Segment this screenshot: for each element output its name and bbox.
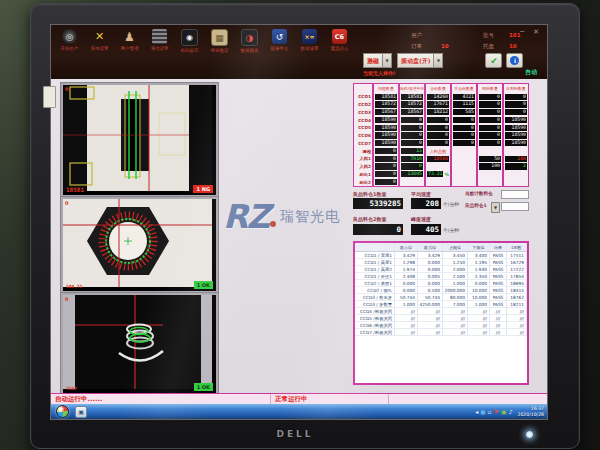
info-button[interactable]: i — [506, 53, 523, 68]
stats-label-column: CCD1CCD2CCD3CCD4CCD5CCD6CCD7漏检入料1入料2剔出1剔… — [353, 83, 373, 187]
control-row: 激磁 ▼ 振动盘(开) ▼ ✔ i — [363, 53, 523, 68]
toolbar-label: 视觉教导 — [207, 48, 232, 53]
stats-cell: 18590 — [504, 124, 528, 132]
stats-cell: 188 — [504, 155, 528, 163]
stats-row-label: CCD3 — [354, 108, 372, 116]
stats-cell — [452, 147, 476, 155]
stats-column: 已剔除数量000185901859018590185901882 — [503, 83, 529, 187]
stats-cell: 0 — [478, 116, 502, 124]
stats-cell — [452, 155, 476, 163]
rz-company-name: 瑞智光电 — [280, 208, 340, 226]
system-tray: ◂●▫⚑▣♪ 16:37 2020/10/28 — [475, 405, 547, 418]
pallet-value: 10 — [509, 43, 517, 49]
show-hidden-icons[interactable]: ◂ — [475, 405, 478, 418]
excite-dropdown-icon[interactable]: ▼ — [383, 53, 392, 68]
toolbar-user-management[interactable]: ♟用户管理 — [117, 29, 142, 53]
bin-select-input[interactable] — [501, 202, 529, 211]
camera3-corner-marker: 0 — [65, 296, 68, 302]
toolbar-data-clear[interactable]: ×=数据清零 — [297, 29, 322, 53]
camera1-result-badge: 1 NG — [193, 185, 213, 193]
usb-icon[interactable]: ▫ — [488, 405, 492, 418]
stats-column-header: 不合格数量 — [452, 84, 476, 93]
rz-logo-dot — [270, 221, 276, 227]
stats-cell: 0 — [400, 116, 424, 124]
stats-column: 剔除数量000000050100 — [477, 83, 503, 187]
stats-cell: 17671 — [426, 101, 450, 109]
stats-cell: 0 — [400, 124, 424, 132]
toolbar-emergency-stop[interactable]: C6紧急停止 — [327, 29, 352, 53]
camera-view-2: 0 509.73 1 OK — [61, 197, 218, 293]
counters-panel: 良品料仓1数量 5339285 平均速度 208 个/分钟 良品料仓2数量 0 … — [353, 191, 529, 239]
stats-cell — [426, 163, 450, 171]
toolbar-label: 相机标定 — [177, 48, 202, 53]
toolbar-comm-settings[interactable]: 通信设置 — [147, 29, 172, 53]
clock-time: 16:37 — [531, 406, 544, 411]
camera2-image — [63, 199, 212, 287]
stats-cell: 0 — [374, 155, 398, 163]
stats-cell: 18572 — [374, 101, 398, 109]
toolbar-vision-teaching[interactable]: ▦视觉教导 — [207, 29, 232, 53]
update-icon[interactable]: ● — [480, 405, 485, 418]
confirm-button[interactable]: ✔ — [485, 53, 502, 68]
stats-cell: 18572 — [400, 101, 424, 109]
stats-row-label: 剔出2 — [354, 178, 372, 186]
toolbar-start-production[interactable]: ◎开始生产 — [57, 29, 82, 53]
stats-cell: 0 — [452, 132, 476, 140]
stats-cell: 13 — [400, 147, 424, 155]
close-button[interactable]: ✕ — [533, 28, 539, 36]
windows-taskbar: ▣ ◂●▫⚑▣♪ 16:37 2020/10/28 — [51, 404, 547, 419]
volume-icon[interactable]: ♪ — [509, 405, 513, 418]
av-icon[interactable]: ▣ — [501, 405, 507, 418]
toolbar-alarm-reset[interactable]: ↺报警复位 — [267, 29, 292, 53]
toolbar-label: 数据报表 — [237, 48, 262, 53]
bin-select-dropdown-icon[interactable]: ▼ — [491, 202, 500, 213]
stats-cell: 18588 — [426, 155, 450, 163]
stats-cell: 0 — [478, 101, 502, 109]
toolbar-camera-calibration[interactable]: ◉相机标定 — [177, 29, 202, 53]
toolbar-system-settings[interactable]: ✕系统设置 — [87, 29, 112, 53]
excite-button[interactable]: 激磁 — [363, 53, 383, 68]
stats-cell: 13605 — [400, 170, 424, 178]
camera1-corner-marker: 0 — [65, 86, 68, 92]
stats-column-header: 拍照数量 — [374, 84, 398, 93]
stats-column: 拍照数量185811857218567185901859018590185900… — [373, 83, 399, 187]
stats-cell: 18590 — [504, 132, 528, 140]
camera2-result-badge: 1 OK — [194, 281, 213, 289]
stats-cell: 100 — [478, 163, 502, 171]
vibrator-dropdown-icon[interactable]: ▼ — [434, 53, 443, 68]
current-bin-input[interactable] — [501, 190, 529, 199]
param-row: CCD1 / 高度21.9740.0002.0001.930PASS17222 — [355, 266, 527, 273]
stats-row-label: 入料1 — [354, 155, 372, 163]
param-header-row: 最小值最大值上限值下限值结果OK数 — [355, 243, 527, 252]
stats-cell: 0 — [400, 132, 424, 140]
param-row: CCD1 / 高度11.2980.0001.2501.195PASS16729 — [355, 259, 527, 266]
stats-cell: 7010 — [400, 155, 424, 163]
stats-cell: 18212 — [426, 108, 450, 116]
toolbar-label: 通信设置 — [147, 46, 172, 51]
power-button[interactable] — [526, 431, 533, 438]
stats-cell: 0 — [478, 124, 502, 132]
start-button[interactable] — [56, 405, 69, 418]
stats-cell: 0 — [478, 108, 502, 116]
flag-icon[interactable]: ⚑ — [494, 405, 499, 418]
app-header: ◎开始生产✕系统设置♟用户管理通信设置◉相机标定▦视觉教导◑数据报表↺报警复位×… — [51, 25, 547, 79]
quick-launch-icon[interactable]: ▣ — [75, 406, 87, 418]
camera3-result-badge: 1 OK — [194, 383, 213, 391]
stats-cell: 18590 — [374, 124, 398, 132]
toolbar-data-report[interactable]: ◑数据报表 — [237, 29, 262, 53]
bin2-count-label: 良品料仓2数量 — [353, 216, 386, 222]
current-bin-label: 当前计数料仓 — [465, 191, 493, 196]
stats-row-label: CCD5 — [354, 124, 372, 132]
minimize-button[interactable]: ─ — [520, 28, 524, 36]
stats-cell — [478, 170, 502, 178]
param-row: CCD3 / 有无牙50.74450.74480.00010.000PASS18… — [355, 294, 527, 301]
stats-row-label: CCD7 — [354, 139, 372, 147]
avg-speed-value: 208 — [411, 198, 441, 209]
operator-warning-text: 当前无人操作! — [363, 70, 395, 76]
camera-view-3: 0 7567 1 OK — [61, 293, 218, 395]
vibrator-button[interactable]: 振动盘(开) — [397, 53, 434, 68]
data-clear-icon: ×= — [302, 29, 317, 44]
peak-speed-value: 405 — [411, 224, 441, 235]
stats-cell: 0 — [504, 101, 528, 109]
camera1-image — [63, 85, 212, 191]
